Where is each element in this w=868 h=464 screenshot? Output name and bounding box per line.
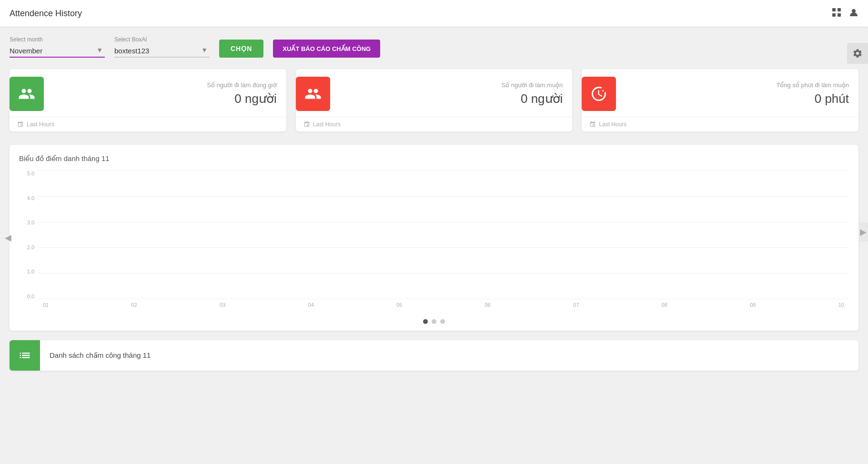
- stat-card-minutes-bottom: Last Hours: [582, 117, 858, 131]
- topbar: Attendence History: [0, 0, 868, 27]
- grid-line-4: [38, 196, 849, 197]
- group-icon-2: [304, 85, 322, 102]
- x-label-10: 10: [838, 302, 844, 313]
- dot-2[interactable]: [432, 319, 436, 324]
- stat-info-late: Số người đi làm muộn 0 người: [338, 81, 563, 106]
- chart-y-axis: 5.0 4.0 3.0 2.0 1.0 0.0: [19, 171, 38, 299]
- clock-icon: +: [590, 85, 607, 102]
- y-label-4: 4.0: [27, 195, 34, 201]
- svg-rect-0: [832, 8, 836, 11]
- chon-button[interactable]: CHỌN: [219, 40, 263, 58]
- x-label-05: 05: [396, 302, 402, 313]
- stat-card-ontime: Số người đi làm đúng giờ 0 người Last Ho…: [10, 69, 286, 131]
- boxai-select[interactable]: boxtest123: [114, 45, 210, 57]
- x-label-03: 03: [220, 302, 225, 313]
- svg-point-4: [852, 9, 856, 13]
- calendar-icon-1: [17, 121, 24, 128]
- stat-footer-ontime: Last Hours: [27, 121, 54, 128]
- main-content: Select month November October September …: [0, 27, 868, 380]
- stat-value-ontime: 0 người: [234, 91, 276, 106]
- gear-icon: [852, 48, 863, 59]
- x-label-08: 08: [662, 302, 667, 313]
- grid-line-3: [38, 222, 849, 222]
- grid-line-1: [38, 273, 849, 273]
- x-label-06: 06: [485, 302, 491, 313]
- svg-rect-3: [838, 13, 841, 17]
- x-label-04: 04: [308, 302, 314, 313]
- stats-row: Số người đi làm đúng giờ 0 người Last Ho…: [10, 69, 858, 131]
- y-label-3: 3.0: [27, 220, 34, 225]
- svg-rect-2: [832, 13, 836, 17]
- calendar-icon-2: [303, 121, 310, 128]
- chart-x-labels: 01 02 03 04 05 06 07 08 09 10: [38, 302, 849, 313]
- chart-title: Biểu đồ điểm danh tháng 11: [19, 154, 849, 163]
- list-section: Danh sách chấm công tháng 11: [10, 340, 858, 371]
- stat-label-ontime: Số người đi làm đúng giờ: [207, 81, 276, 89]
- controls-row: Select month November October September …: [10, 36, 858, 58]
- grid-icon[interactable]: [832, 8, 841, 20]
- page-title: Attendence History: [10, 9, 82, 19]
- user-icon[interactable]: [849, 8, 858, 20]
- export-button[interactable]: XUẤT BÁO CÁO CHẤM CÔNG: [273, 40, 380, 58]
- month-select-wrapper[interactable]: November October September ▼: [10, 45, 105, 58]
- dot-3[interactable]: [440, 319, 445, 324]
- stat-icon-green: [10, 77, 44, 111]
- stat-footer-minutes: Last Hours: [599, 121, 626, 128]
- month-select[interactable]: November October September: [10, 45, 105, 57]
- stat-card-late-bottom: Last Hours: [296, 117, 573, 131]
- month-select-group: Select month November October September …: [10, 36, 105, 58]
- y-label-2: 2.0: [27, 244, 34, 250]
- svg-text:+: +: [602, 89, 604, 93]
- list-icon: [18, 349, 31, 362]
- nav-arrow-left[interactable]: ◀: [5, 232, 11, 243]
- x-label-09: 09: [750, 302, 756, 313]
- grid-line-0: [38, 299, 849, 299]
- list-icon-box: [10, 340, 40, 371]
- chart-section: ◀ Biểu đồ điểm danh tháng 11 5.0 4.0 3.0…: [10, 145, 858, 331]
- calendar-icon-3: [589, 121, 596, 128]
- grid-line-2: [38, 247, 849, 248]
- boxai-select-wrapper[interactable]: boxtest123 ▼: [114, 45, 210, 58]
- stat-info-minutes: Tổng số phút đi làm muộn 0 phút: [624, 81, 849, 106]
- stat-label-minutes: Tổng số phút đi làm muộn: [776, 81, 849, 89]
- list-label: Danh sách chấm công tháng 11: [40, 351, 160, 360]
- group-icon-1: [18, 85, 35, 102]
- boxai-select-group: Select BoxAI boxtest123 ▼: [114, 36, 210, 58]
- x-label-01: 01: [43, 302, 49, 313]
- settings-gear[interactable]: [847, 43, 868, 64]
- stat-value-minutes: 0 phút: [815, 91, 849, 106]
- stat-value-late: 0 người: [521, 91, 563, 106]
- stat-card-minutes-top: + Tổng số phút đi làm muộn 0 phút: [582, 69, 858, 117]
- stat-icon-clock: +: [582, 77, 616, 111]
- stat-info-ontime: Số người đi làm đúng giờ 0 người: [51, 81, 277, 106]
- topbar-icons: [832, 8, 858, 20]
- grid-line-5: [38, 171, 849, 171]
- stat-card-ontime-top: Số người đi làm đúng giờ 0 người: [10, 69, 286, 117]
- chart-plot: [38, 171, 849, 299]
- stat-card-minutes: + Tổng số phút đi làm muộn 0 phút Last H…: [582, 69, 858, 131]
- month-label: Select month: [10, 36, 105, 43]
- chart-area: 5.0 4.0 3.0 2.0 1.0 0.0 01 02 03: [19, 171, 849, 313]
- stat-card-late: Số người đi làm muộn 0 người Last Hours: [296, 69, 573, 131]
- dots-pagination: [19, 313, 849, 326]
- stat-card-late-top: Số người đi làm muộn 0 người: [296, 69, 573, 117]
- y-label-0: 0.0: [27, 293, 34, 299]
- stat-footer-late: Last Hours: [313, 121, 341, 128]
- stat-label-late: Số người đi làm muộn: [502, 81, 563, 89]
- nav-arrow-right[interactable]: ▶: [858, 222, 868, 242]
- x-label-07: 07: [573, 302, 579, 313]
- y-label-5: 5.0: [27, 171, 34, 176]
- dot-1[interactable]: [423, 319, 428, 324]
- stat-card-ontime-bottom: Last Hours: [10, 117, 286, 131]
- svg-rect-1: [838, 8, 841, 11]
- y-label-1: 1.0: [27, 269, 34, 274]
- boxai-label: Select BoxAI: [114, 36, 210, 43]
- x-label-02: 02: [131, 302, 137, 313]
- stat-icon-red: [296, 77, 330, 111]
